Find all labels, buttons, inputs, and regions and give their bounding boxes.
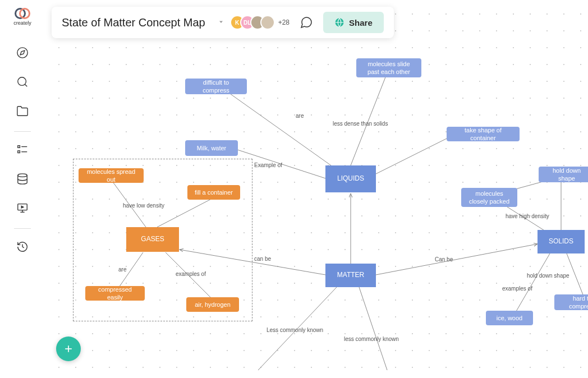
node-solids[interactable]: SOLIDS [538,230,585,253]
svg-line-18 [224,90,331,165]
logo-label: creately [13,20,31,26]
svg-marker-12 [21,206,24,208]
svg-rect-5 [18,151,20,153]
sidebar: creately [0,0,45,378]
svg-rect-4 [18,146,20,148]
edge-label: Example of [252,162,284,169]
svg-line-20 [376,135,454,174]
node-matter[interactable]: MATTER [325,264,376,287]
divider [14,131,31,132]
document-title[interactable]: State of Matter Concept Map [62,16,205,29]
svg-line-19 [351,73,387,165]
edge-label: hold down shape [525,272,571,279]
folder-icon[interactable] [9,98,36,125]
node-molecules-slide[interactable]: molecules slide past each other [356,58,421,77]
edge-label: examples of [500,285,534,292]
avatar-count[interactable]: +28 [278,19,290,26]
share-button[interactable]: Share [323,12,384,33]
svg-line-25 [516,253,550,311]
presentation-icon[interactable] [9,195,36,222]
svg-point-2 [18,77,26,86]
database-icon[interactable] [9,165,36,192]
comment-icon[interactable] [300,16,313,29]
add-button[interactable] [56,336,81,361]
edge-label: can be [252,255,273,262]
edge-label: Can be [433,256,454,263]
node-fill-container[interactable]: fill a container [187,185,240,200]
logo[interactable]: creately [11,6,34,28]
search-icon[interactable] [9,68,36,95]
share-label: Share [349,18,373,27]
edge-label: are [294,112,305,119]
logo-icon [15,8,30,18]
svg-point-0 [17,48,27,58]
node-difficult-compress[interactable]: difficult to compress [185,79,247,94]
edge-label: are [117,266,128,273]
divider [14,228,31,229]
node-gases[interactable]: GASES [126,227,179,252]
node-molecules-closely[interactable]: molecules closely packed [461,188,517,207]
edge-label: less commonly known [342,335,401,343]
collaborator-avatars[interactable]: K DL +28 [235,15,290,30]
compass-icon[interactable] [9,39,36,66]
svg-marker-1 [20,50,25,55]
node-ice-wood[interactable]: ice, wood [486,311,533,325]
edge-label: have high density [504,213,551,220]
history-icon[interactable] [9,233,36,260]
node-take-shape[interactable]: take shape of container [447,127,520,141]
node-hold-down-shape[interactable]: hold down shape [539,167,588,182]
edge-label: less dense than solids [331,120,389,127]
node-molecules-spread[interactable]: molecules spread out [79,168,144,183]
edge-label: have low density [121,202,166,209]
node-liquids[interactable]: LIQUIDS [325,165,376,192]
svg-line-17 [376,244,538,275]
svg-marker-13 [219,21,223,24]
node-milk-water[interactable]: Milk, water [185,140,238,156]
topbar: State of Matter Concept Map K DL +28 Sha… [52,7,394,38]
list-icon[interactable] [9,136,36,163]
svg-line-3 [25,84,27,86]
edge-label: Less commonly known [265,326,325,334]
svg-line-32 [359,287,387,370]
svg-point-8 [18,174,27,177]
canvas[interactable]: MATTER LIQUIDS SOLIDS GASES difficult to… [45,0,588,378]
chevron-down-icon[interactable] [218,17,224,27]
avatar[interactable] [260,15,275,30]
node-hard-compress[interactable]: hard to compress [554,294,588,310]
edge-label: examples of [174,270,208,278]
node-air-hydrogen[interactable]: air, hydrogen [186,297,239,312]
node-compressed-easily[interactable]: compressed easily [85,286,145,301]
